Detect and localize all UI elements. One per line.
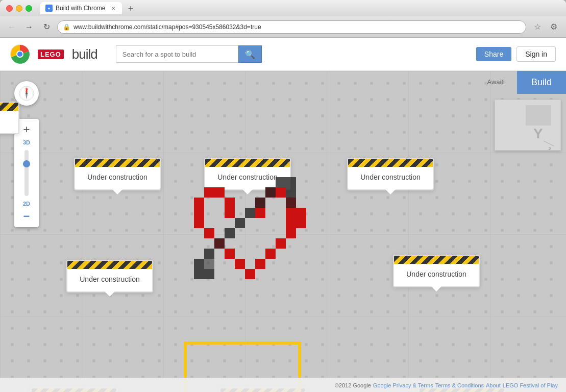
caution-strip-3 <box>348 159 433 167</box>
svg-rect-49 <box>204 269 214 279</box>
toolbar-icons: ☆ ⚙ <box>530 20 561 34</box>
svg-text:Y: Y <box>533 126 543 141</box>
svg-rect-41 <box>255 198 265 208</box>
caution-strip-1 <box>75 159 160 167</box>
search-input[interactable] <box>116 45 238 63</box>
construction-sign-5[interactable]: Under construction <box>393 255 480 287</box>
svg-rect-20 <box>276 187 286 198</box>
svg-rect-45 <box>214 238 225 249</box>
svg-rect-43 <box>235 218 245 228</box>
map-controls: N uction + 3D <box>14 81 39 227</box>
svg-rect-38 <box>255 259 265 269</box>
search-container: 🔍 <box>116 45 262 63</box>
construction-text-4: Under construction <box>67 269 152 291</box>
build-button[interactable]: Build <box>517 71 566 94</box>
construction-text-5: Under construction <box>394 264 479 286</box>
signin-button[interactable]: Sign in <box>516 46 556 62</box>
app-container: LEGO build 🔍 Share Sign in Build Awaiti <box>0 38 566 392</box>
share-button[interactable]: Share <box>476 47 511 61</box>
new-tab-button[interactable]: + <box>125 3 136 14</box>
lego-logo: LEGO <box>38 50 64 59</box>
svg-rect-29 <box>286 218 296 228</box>
svg-rect-18 <box>225 198 235 208</box>
pixel-heart <box>184 167 327 291</box>
svg-rect-23 <box>194 208 204 218</box>
svg-rect-32 <box>286 228 296 238</box>
tab-title: Build with Chrome <box>56 5 105 12</box>
map-area[interactable]: Build Awaiti Y ≥ <box>0 71 566 392</box>
left-edge-text: uction <box>0 111 18 133</box>
search-button[interactable]: 🔍 <box>238 45 262 63</box>
svg-rect-25 <box>255 208 265 218</box>
tab-area: ● Build with Chrome ✕ + <box>40 2 560 14</box>
build-text: build <box>72 46 97 62</box>
chrome-logo <box>10 44 30 64</box>
tab-favicon: ● <box>45 5 53 12</box>
bookmark-icon[interactable]: ☆ <box>530 20 545 34</box>
copyright-text: ©2012 Google <box>335 382 371 388</box>
forward-button[interactable]: → <box>22 20 36 34</box>
construction-sign-3[interactable]: Under construction <box>347 158 434 190</box>
address-bar[interactable]: 🔒 www.buildwithchrome.com/static/map#pos… <box>57 20 526 34</box>
zoom-slider-handle[interactable] <box>23 160 30 167</box>
svg-text:N: N <box>26 87 28 91</box>
browser-toolbar: ← → ↻ 🔒 www.buildwithchrome.com/static/m… <box>0 16 566 38</box>
svg-rect-48 <box>194 269 204 279</box>
wrench-icon[interactable]: ⚙ <box>547 20 561 34</box>
caution-strip-2 <box>205 159 290 167</box>
zoom-out-button[interactable]: − <box>19 209 34 224</box>
svg-rect-54 <box>286 198 296 208</box>
svg-rect-26 <box>286 208 296 218</box>
svg-rect-34 <box>276 238 286 249</box>
svg-rect-31 <box>204 228 214 238</box>
svg-rect-37 <box>235 259 245 269</box>
footer-bar: ©2012 Google Google Privacy & Terms Term… <box>0 378 566 392</box>
tab-close-button[interactable]: ✕ <box>110 5 117 12</box>
svg-rect-51 <box>276 177 286 187</box>
header-right: Share Sign in <box>476 46 556 62</box>
zoom-in-button[interactable]: + <box>19 122 34 137</box>
close-button[interactable] <box>6 5 13 12</box>
title-bar: ● Build with Chrome ✕ + <box>0 0 566 16</box>
zoom-controls: + 3D 2D − <box>14 119 39 227</box>
svg-rect-42 <box>245 208 255 218</box>
maximize-button[interactable] <box>26 5 32 12</box>
app-header: LEGO build 🔍 Share Sign in <box>0 38 566 71</box>
svg-rect-35 <box>225 249 235 259</box>
construction-text-1: Under construction <box>75 167 160 189</box>
svg-point-13 <box>26 92 28 94</box>
terms-link[interactable]: Terms & Conditions <box>435 382 484 388</box>
url-text: www.buildwithchrome.com/static/map#pos=9… <box>73 23 521 31</box>
construction-sign-4[interactable]: Under construction <box>66 260 153 292</box>
svg-rect-15 <box>204 187 214 198</box>
svg-rect-50 <box>204 259 214 269</box>
refresh-button[interactable]: ↻ <box>40 20 53 34</box>
caution-strip-4 <box>67 261 152 269</box>
svg-rect-17 <box>194 198 204 208</box>
svg-rect-39 <box>245 269 255 279</box>
construction-text-3: Under construction <box>348 167 433 189</box>
minimize-button[interactable] <box>16 5 22 12</box>
svg-rect-46 <box>204 249 214 259</box>
about-link[interactable]: About <box>486 382 501 388</box>
svg-rect-40 <box>265 187 276 198</box>
svg-rect-16 <box>214 187 225 198</box>
svg-rect-52 <box>286 177 296 187</box>
zoom-2d-label: 2D <box>23 201 30 207</box>
lego-festival-link[interactable]: LEGO Festival of Play <box>503 382 558 388</box>
browser-window: ● Build with Chrome ✕ + ← → ↻ 🔒 www.buil… <box>0 0 566 392</box>
svg-rect-27 <box>296 208 306 218</box>
privacy-link[interactable]: Google Privacy & Terms <box>373 382 433 388</box>
mini-map[interactable]: Y ≥ <box>495 100 561 151</box>
construction-sign-1[interactable]: Under construction <box>74 158 161 190</box>
active-tab[interactable]: ● Build with Chrome ✕ <box>40 2 122 14</box>
svg-rect-30 <box>296 218 306 228</box>
svg-rect-28 <box>194 218 204 228</box>
caution-strip-5 <box>394 256 479 264</box>
caution-strip <box>0 103 18 111</box>
svg-rect-47 <box>194 259 204 269</box>
security-icon: 🔒 <box>63 23 70 31</box>
svg-rect-53 <box>286 187 296 198</box>
back-button[interactable]: ← <box>5 20 18 34</box>
svg-rect-24 <box>225 208 235 218</box>
